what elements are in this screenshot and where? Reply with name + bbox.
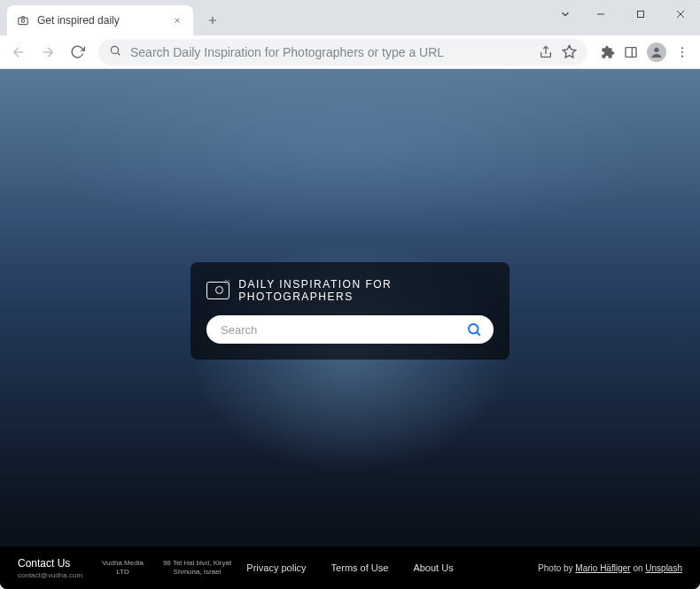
toolbar-actions	[595, 43, 695, 62]
tab-close-icon[interactable]	[170, 13, 184, 27]
credit-author-link[interactable]: Mario Häfliger	[575, 563, 630, 573]
window-controls	[550, 0, 700, 35]
search-icon	[109, 44, 121, 60]
svg-point-9	[681, 50, 683, 52]
close-window-button[interactable]	[660, 0, 700, 28]
tab-favicon-camera-icon	[16, 13, 30, 27]
brand-row: DAILY INSPIRATION FOR PHOTOGRAPHERS	[206, 278, 494, 303]
browser-window: Get inspired daily	[0, 0, 700, 589]
browser-tab[interactable]: Get inspired daily	[7, 5, 193, 35]
about-link[interactable]: About Us	[413, 562, 453, 573]
svg-rect-0	[19, 18, 28, 25]
share-icon[interactable]	[539, 45, 553, 59]
svg-marker-4	[563, 45, 575, 57]
company-address: 98 Tel Hai blvd, Kiryat Shmona, Israel	[163, 559, 231, 576]
search-submit-icon[interactable]	[463, 319, 485, 340]
page-footer: Contact Us contact@vudha.com Vudha Media…	[0, 546, 700, 589]
svg-rect-5	[626, 47, 636, 57]
sidepanel-icon[interactable]	[624, 45, 638, 59]
svg-point-1	[21, 19, 25, 22]
minimize-button[interactable]	[580, 0, 620, 28]
privacy-link[interactable]: Privacy policy	[246, 562, 306, 573]
svg-point-3	[111, 46, 118, 53]
page-content: DAILY INSPIRATION FOR PHOTOGRAPHERS Cont…	[0, 69, 700, 589]
menu-kebab-icon[interactable]	[675, 45, 689, 59]
new-tab-button[interactable]	[200, 8, 225, 33]
svg-rect-2	[637, 12, 643, 18]
tab-title: Get inspired daily	[37, 14, 163, 27]
contact-email: contact@vudha.com	[18, 571, 82, 579]
footer-left: Contact Us contact@vudha.com Vudha Media…	[18, 557, 231, 579]
reload-button[interactable]	[64, 39, 90, 66]
bookmark-star-icon[interactable]	[562, 44, 577, 59]
contact-us-label: Contact Us	[18, 557, 82, 570]
svg-point-11	[469, 324, 478, 334]
svg-point-7	[654, 47, 658, 51]
terms-link[interactable]: Terms of Use	[331, 562, 389, 573]
profile-avatar[interactable]	[647, 43, 666, 62]
credit-source-link[interactable]: Unsplash	[645, 563, 682, 573]
search-input[interactable]	[221, 323, 463, 337]
extensions-icon[interactable]	[601, 45, 615, 59]
svg-point-10	[681, 55, 683, 57]
back-button[interactable]	[5, 39, 32, 66]
omnibox[interactable]: Search Daily Inspiration for Photographe…	[98, 39, 587, 66]
brand-title: DAILY INSPIRATION FOR PHOTOGRAPHERS	[238, 278, 494, 303]
titlebar: Get inspired daily	[0, 0, 700, 35]
page-searchbox[interactable]	[206, 315, 494, 344]
camera-heart-icon	[206, 282, 229, 299]
browser-toolbar: Search Daily Inspiration for Photographe…	[0, 35, 700, 69]
omnibox-placeholder: Search Daily Inspiration for Photographe…	[130, 45, 530, 59]
photo-credit: Photo by Mario Häfliger on Unsplash	[538, 563, 682, 573]
forward-button[interactable]	[35, 39, 61, 66]
svg-point-8	[681, 47, 683, 49]
tab-search-chevron-icon[interactable]	[550, 0, 580, 28]
maximize-button[interactable]	[620, 0, 660, 28]
footer-links: Privacy policy Terms of Use About Us	[246, 562, 453, 573]
search-card: DAILY INSPIRATION FOR PHOTOGRAPHERS	[191, 262, 509, 360]
company-name: Vudha Media LTD	[102, 559, 144, 576]
